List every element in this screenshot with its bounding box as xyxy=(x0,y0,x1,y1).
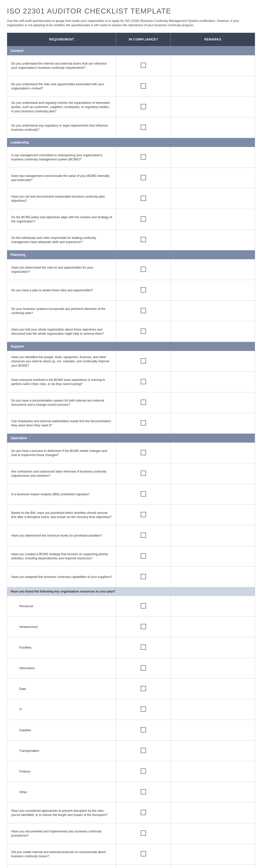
remarks-cell[interactable] xyxy=(171,720,255,741)
checkbox[interactable] xyxy=(141,491,146,496)
remarks-cell[interactable] xyxy=(171,525,255,546)
compliance-cell xyxy=(116,679,170,699)
remarks-cell[interactable] xyxy=(171,168,255,188)
remarks-cell[interactable] xyxy=(171,679,255,699)
compliance-cell xyxy=(116,280,170,301)
remarks-cell[interactable] xyxy=(171,392,255,413)
remarks-cell[interactable] xyxy=(171,782,255,803)
checkbox[interactable] xyxy=(141,104,146,109)
remarks-cell[interactable] xyxy=(171,230,255,250)
remarks-cell[interactable] xyxy=(171,658,255,679)
checkbox[interactable] xyxy=(141,686,146,691)
checkbox[interactable] xyxy=(141,851,146,856)
remarks-cell[interactable] xyxy=(171,209,255,230)
checkbox[interactable] xyxy=(141,379,146,384)
intro-text: Use this self-audit questionnaire to gau… xyxy=(7,19,241,27)
remarks-cell[interactable] xyxy=(171,699,255,720)
checkbox[interactable] xyxy=(141,574,146,579)
remarks-cell[interactable] xyxy=(171,463,255,484)
checkbox[interactable] xyxy=(141,769,146,774)
remarks-cell[interactable] xyxy=(171,413,255,434)
remarks-cell[interactable] xyxy=(171,321,255,342)
checkbox[interactable] xyxy=(141,512,146,517)
requirement-cell: Supplies xyxy=(7,720,116,741)
checkbox[interactable] xyxy=(141,665,146,671)
checkbox[interactable] xyxy=(141,810,146,815)
remarks-cell[interactable] xyxy=(171,617,255,637)
checkbox[interactable] xyxy=(141,196,146,201)
table-row: Do the BCMS policy and objectives align … xyxy=(7,209,255,230)
remarks-cell[interactable] xyxy=(171,372,255,392)
remarks-cell[interactable] xyxy=(171,280,255,301)
requirement-cell: Have you created an incident response st… xyxy=(7,865,116,868)
requirement-cell: Infrastructure xyxy=(7,617,116,637)
checkbox[interactable] xyxy=(141,450,146,455)
requirement-cell: Does everyone involved in the BCMS have … xyxy=(7,372,116,392)
checkbox[interactable] xyxy=(141,831,146,836)
compliance-cell xyxy=(116,413,170,434)
requirement-cell: Have you analysed the business continuit… xyxy=(7,567,116,587)
compliance-cell xyxy=(116,865,170,868)
remarks-cell[interactable] xyxy=(171,823,255,844)
requirement-cell: Have you considered approaches to preven… xyxy=(7,803,116,823)
requirement-cell: Have you determined the risks to and opp… xyxy=(7,259,116,280)
remarks-cell[interactable] xyxy=(171,147,255,168)
checkbox[interactable] xyxy=(141,471,146,476)
remarks-cell[interactable] xyxy=(171,505,255,525)
compliance-cell xyxy=(116,188,170,209)
checkbox[interactable] xyxy=(141,420,146,426)
table-row: Can employees and external stakeholders … xyxy=(7,413,255,434)
remarks-cell[interactable] xyxy=(171,546,255,567)
checkbox[interactable] xyxy=(141,358,146,364)
compliance-cell xyxy=(116,741,170,761)
requirement-cell: Other xyxy=(7,782,116,803)
remarks-cell[interactable] xyxy=(171,741,255,761)
checkbox[interactable] xyxy=(141,707,146,712)
checkbox[interactable] xyxy=(141,748,146,753)
checkbox[interactable] xyxy=(141,125,146,130)
checkbox[interactable] xyxy=(141,553,146,558)
remarks-cell[interactable] xyxy=(171,55,255,76)
checkbox[interactable] xyxy=(141,603,146,609)
table-row: Information xyxy=(7,658,255,679)
remarks-cell[interactable] xyxy=(171,596,255,617)
checkbox[interactable] xyxy=(141,175,146,180)
checkbox[interactable] xyxy=(141,154,146,159)
checkbox[interactable] xyxy=(141,267,146,272)
table-row: Personnel xyxy=(7,596,255,617)
remarks-cell[interactable] xyxy=(171,188,255,209)
section-title: Context xyxy=(7,46,255,55)
table-row: Have you identified the people, tools, e… xyxy=(7,351,255,372)
remarks-cell[interactable] xyxy=(171,259,255,280)
checkbox[interactable] xyxy=(141,789,146,795)
remarks-cell[interactable] xyxy=(171,803,255,823)
remarks-cell[interactable] xyxy=(171,637,255,658)
header-compliance: IN COMPLIANCE? xyxy=(116,33,170,46)
checkbox[interactable] xyxy=(141,400,146,405)
remarks-cell[interactable] xyxy=(171,567,255,587)
remarks-cell[interactable] xyxy=(171,117,255,138)
checkbox[interactable] xyxy=(141,727,146,733)
compliance-cell xyxy=(116,117,170,138)
checkbox[interactable] xyxy=(141,216,146,221)
remarks-cell[interactable] xyxy=(171,301,255,321)
remarks-cell[interactable] xyxy=(171,865,255,868)
checkbox[interactable] xyxy=(141,645,146,650)
checkbox[interactable] xyxy=(141,624,146,629)
checkbox[interactable] xyxy=(141,63,146,68)
remarks-cell[interactable] xyxy=(171,76,255,97)
requirement-cell: Data xyxy=(7,679,116,699)
checkbox[interactable] xyxy=(141,237,146,242)
checkbox[interactable] xyxy=(141,287,146,292)
table-row: Do you understand the internal and exter… xyxy=(7,55,255,76)
remarks-cell[interactable] xyxy=(171,97,255,117)
checkbox[interactable] xyxy=(141,83,146,89)
remarks-cell[interactable] xyxy=(171,844,255,865)
remarks-cell[interactable] xyxy=(171,443,255,463)
checkbox[interactable] xyxy=(141,308,146,313)
remarks-cell[interactable] xyxy=(171,761,255,782)
remarks-cell[interactable] xyxy=(171,484,255,505)
checkbox[interactable] xyxy=(141,533,146,538)
checkbox[interactable] xyxy=(141,329,146,334)
remarks-cell[interactable] xyxy=(171,351,255,372)
